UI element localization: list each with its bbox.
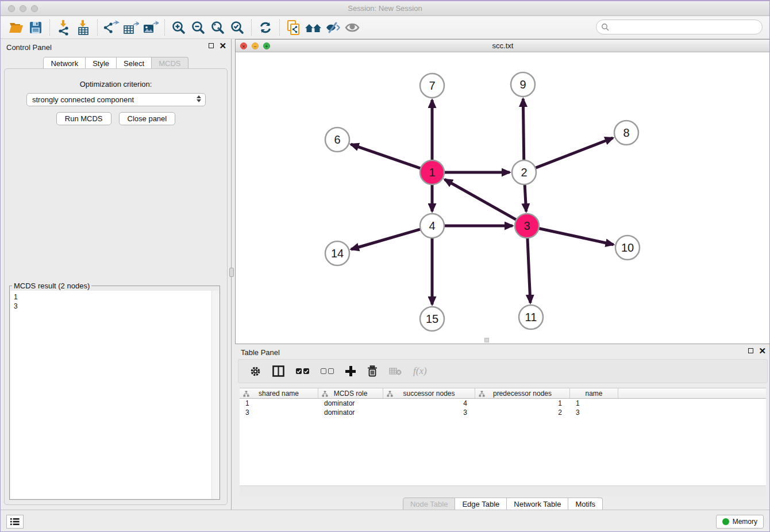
node-label: 1: [429, 166, 435, 179]
table-toolbar: f(x): [238, 359, 768, 383]
edge-3-11[interactable]: [528, 238, 530, 303]
table-row[interactable]: 1dominator411: [240, 399, 766, 408]
delete-table-icon[interactable]: [389, 367, 402, 375]
table-panel-float-icon[interactable]: [748, 348, 753, 353]
export-image-icon[interactable]: [141, 19, 160, 36]
show-all-icon[interactable]: [342, 19, 362, 36]
function-builder-icon[interactable]: f(x): [413, 365, 427, 377]
network-canvas[interactable]: 7968124314101511: [236, 52, 770, 344]
node-9[interactable]: 9: [511, 72, 535, 97]
zoom-in-icon[interactable]: [169, 19, 188, 36]
close-panel-button[interactable]: Close panel: [119, 112, 176, 125]
canvas-scrollbar-thumb[interactable]: [484, 338, 489, 342]
edge-4-14[interactable]: [351, 229, 421, 249]
delete-columns-icon[interactable]: [367, 365, 378, 377]
split-panel-icon[interactable]: [272, 365, 284, 377]
import-table-icon[interactable]: [74, 19, 93, 36]
control-panel-close-icon[interactable]: ✕: [219, 43, 226, 49]
export-table-icon[interactable]: [121, 19, 141, 36]
column-header-predecessor-nodes[interactable]: predecessor nodes: [475, 388, 570, 398]
chevron-updown-icon: [197, 95, 201, 102]
node-4[interactable]: 4: [420, 214, 444, 238]
cell-predecessor-nodes[interactable]: 2: [475, 408, 570, 417]
save-session-icon[interactable]: [26, 19, 45, 36]
edge-2-9[interactable]: [523, 99, 523, 160]
table-row[interactable]: 3dominator323: [240, 408, 766, 417]
zoom-out-icon[interactable]: [188, 19, 208, 36]
control-panel-float-icon[interactable]: [209, 43, 214, 48]
zoom-selected-icon[interactable]: [228, 19, 247, 36]
cell-mcds-role[interactable]: dominator: [318, 408, 383, 417]
mcds-result-text[interactable]: 1 3: [10, 291, 219, 499]
node-1[interactable]: 1: [420, 160, 444, 184]
edge-1-6[interactable]: [351, 144, 421, 168]
node-6[interactable]: 6: [325, 128, 349, 152]
optimization-criterion-value: strongly connected component: [32, 95, 134, 104]
node-14[interactable]: 14: [325, 241, 349, 265]
splitter-grip-icon[interactable]: [229, 268, 234, 277]
node-11[interactable]: 11: [519, 305, 543, 329]
cell-shared-name[interactable]: 3: [240, 408, 318, 417]
mcds-result-scrollbar[interactable]: [211, 291, 219, 499]
node-2[interactable]: 2: [512, 160, 536, 184]
tree-icon: [322, 391, 328, 397]
edge-3-1[interactable]: [445, 179, 517, 219]
memory-button[interactable]: Memory: [716, 515, 764, 529]
import-network-icon[interactable]: [54, 19, 74, 36]
column-header-mcds-role[interactable]: MCDS role: [318, 388, 383, 398]
control-panel-title: Control Panel: [6, 43, 52, 52]
create-column-icon[interactable]: [345, 366, 356, 376]
mcds-panel: Optimization criterion: strongly connect…: [4, 68, 228, 505]
optimization-criterion-select[interactable]: strongly connected component: [26, 93, 206, 106]
column-header-filler: [618, 388, 766, 398]
column-header-successor-nodes[interactable]: successor nodes: [383, 388, 475, 398]
table-header-row: shared nameMCDS rolesuccessor nodesprede…: [240, 388, 766, 399]
search-input[interactable]: [609, 23, 753, 32]
main-toolbar: [1, 16, 769, 39]
column-header-name[interactable]: name: [570, 388, 618, 398]
select-all-columns-icon[interactable]: [296, 368, 309, 374]
toolbar-separator: [49, 20, 50, 36]
node-3[interactable]: 3: [515, 214, 539, 238]
panel-splitter[interactable]: [231, 39, 234, 510]
column-label: MCDS role: [334, 390, 368, 398]
search-field[interactable]: [596, 20, 763, 34]
first-neighbors-icon[interactable]: [303, 19, 323, 36]
mcds-result-title: MCDS result (2 nodes): [12, 282, 91, 290]
node-label: 6: [334, 133, 340, 146]
cell-name[interactable]: 3: [570, 408, 618, 417]
control-panel: Control Panel ✕ NetworkStyleSelectMCDS O…: [1, 39, 231, 510]
task-history-button[interactable]: [6, 515, 24, 529]
network-window-titlebar[interactable]: × − + scc.txt: [236, 40, 770, 52]
edge-2-8[interactable]: [536, 138, 613, 168]
table-settings-icon[interactable]: [250, 366, 261, 377]
cell-name[interactable]: 1: [570, 399, 618, 408]
search-icon: [601, 23, 609, 31]
zoom-fit-icon[interactable]: [208, 19, 228, 36]
run-mcds-button[interactable]: Run MCDS: [56, 112, 111, 125]
column-label: predecessor nodes: [493, 390, 552, 398]
node-7[interactable]: 7: [420, 74, 444, 98]
table-panel-close-icon[interactable]: ✕: [759, 348, 766, 354]
unselect-all-columns-icon[interactable]: [321, 368, 334, 374]
cell-shared-name[interactable]: 1: [240, 399, 318, 408]
status-bar: Memory: [1, 510, 769, 531]
hide-selected-icon[interactable]: [323, 19, 342, 36]
column-header-shared-name[interactable]: shared name: [240, 388, 318, 398]
cell-successor-nodes[interactable]: 3: [383, 408, 475, 417]
node-label: 11: [525, 311, 537, 323]
cell-mcds-role[interactable]: dominator: [318, 399, 383, 408]
cell-successor-nodes[interactable]: 4: [383, 399, 475, 408]
edge-2-3[interactable]: [525, 184, 526, 211]
node-8[interactable]: 8: [614, 121, 638, 145]
optimization-criterion-label: Optimization criterion:: [5, 80, 227, 88]
refresh-icon[interactable]: [256, 19, 275, 36]
open-file-icon[interactable]: [6, 19, 26, 36]
export-network-icon[interactable]: [102, 19, 121, 36]
node-10[interactable]: 10: [615, 236, 640, 260]
duplicate-network-icon[interactable]: [284, 19, 303, 36]
edge-3-10[interactable]: [539, 228, 614, 244]
node-15[interactable]: 15: [420, 307, 444, 331]
cell-predecessor-nodes[interactable]: 1: [475, 399, 570, 408]
list-icon: [10, 518, 20, 526]
